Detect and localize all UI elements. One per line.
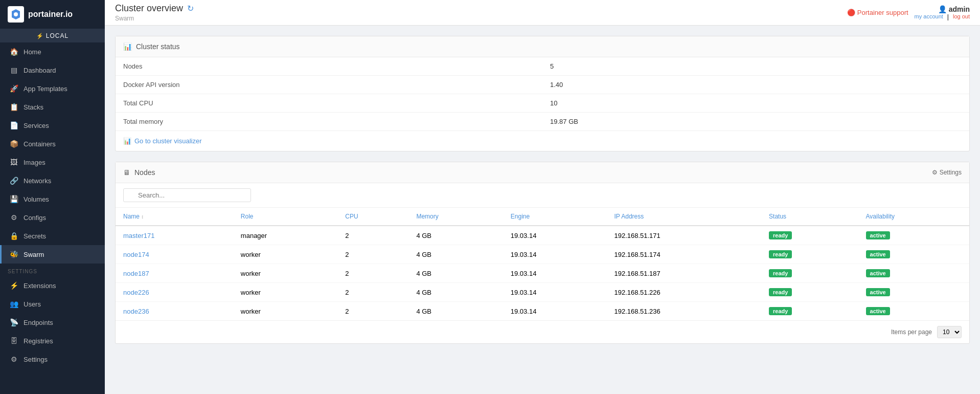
sidebar-settings-item-endpoints[interactable]: 📡 Endpoints	[0, 313, 105, 332]
sidebar-item-volumes[interactable]: 💾 Volumes	[0, 190, 105, 208]
settings-icon-endpoints: 📡	[9, 318, 18, 326]
node-name-cell: master171	[116, 226, 233, 245]
node-ip-cell: 192.168.51.171	[606, 226, 761, 245]
nav-label-swarm: Swarm	[24, 251, 44, 258]
status-badge: ready	[769, 231, 792, 239]
status-badge: ready	[769, 250, 792, 258]
node-name-cell: node174	[116, 245, 233, 264]
sidebar-item-configs[interactable]: ⚙ Configs	[0, 208, 105, 227]
col-header-role: Role	[233, 208, 337, 226]
node-memory-cell: 4 GB	[408, 226, 503, 245]
col-header-ip_address: IP Address	[606, 208, 761, 226]
support-button[interactable]: 🔴 Portainer support	[847, 9, 908, 16]
node-status-cell: ready	[761, 264, 858, 283]
sidebar-item-home[interactable]: 🏠 Home	[0, 42, 105, 61]
node-cpu-cell: 2	[337, 245, 408, 264]
cluster-visualizer-link[interactable]: 📊 Go to cluster visualizer	[116, 130, 969, 151]
nav-label-home: Home	[24, 48, 41, 56]
svg-point-1	[14, 12, 18, 16]
logo-text: portainer.io	[28, 10, 73, 19]
node-availability-cell: active	[858, 245, 969, 264]
cluster-status-card: 📊 Cluster status Nodes 5 Docker API vers…	[115, 36, 970, 151]
node-status-cell: ready	[761, 302, 858, 321]
nodes-card: 🖥 Nodes ⚙ Settings 🔍 Name ↕RoleCPUMemory…	[115, 162, 970, 344]
nodes-title-label: Nodes	[134, 168, 155, 177]
sidebar-settings-item-users[interactable]: 👥 Users	[0, 295, 105, 313]
node-name-link[interactable]: node174	[123, 251, 149, 258]
node-role-cell: worker	[233, 245, 337, 264]
cluster-status-body: Nodes 5 Docker API version 1.40 Total CP…	[116, 57, 969, 151]
logout-link[interactable]: log out	[953, 13, 970, 20]
availability-badge: active	[866, 231, 890, 239]
sidebar-logo[interactable]: portainer.io	[0, 0, 105, 29]
env-label: ⚡ LOCAL	[0, 29, 105, 42]
sidebar-settings-item-extensions[interactable]: ⚡ Extensions	[0, 276, 105, 295]
nav-label-stacks: Stacks	[24, 103, 43, 111]
node-availability-cell: active	[858, 283, 969, 302]
sidebar-item-services[interactable]: 📄 Services	[0, 116, 105, 135]
admin-icon: 👤	[938, 5, 947, 13]
node-name-link[interactable]: master171	[123, 232, 154, 239]
status-row-label: Total CPU	[116, 94, 542, 113]
nav-icon-secrets: 🔒	[9, 232, 18, 240]
sidebar-item-containers[interactable]: 📦 Containers	[0, 135, 105, 153]
nav-icon-home: 🏠	[9, 48, 18, 56]
node-engine-cell: 19.03.14	[503, 226, 607, 245]
status-row-value: 10	[542, 94, 969, 113]
node-name-link[interactable]: node226	[123, 289, 149, 296]
nav-label-containers: Containers	[24, 140, 56, 148]
nav-icon-services: 📄	[9, 121, 18, 129]
page-subtitle: Swarm	[115, 15, 194, 22]
node-role-cell: manager	[233, 226, 337, 245]
col-header-name[interactable]: Name ↕	[116, 208, 233, 226]
refresh-icon[interactable]: ↻	[187, 4, 194, 13]
col-header-engine: Engine	[503, 208, 607, 226]
nodes-table-body: master171 manager 2 4 GB 19.03.14 192.16…	[116, 226, 969, 320]
nav-icon-images: 🖼	[9, 158, 18, 166]
settings-btn-label: Settings	[940, 169, 962, 176]
node-cpu-cell: 2	[337, 302, 408, 321]
node-cpu-cell: 2	[337, 264, 408, 283]
node-ip-cell: 192.168.51.226	[606, 283, 761, 302]
nodes-title: 🖥 Nodes	[123, 168, 155, 177]
settings-label-users: Users	[24, 300, 41, 308]
nav-label-secrets: Secrets	[24, 232, 46, 240]
sidebar-item-networks[interactable]: 🔗 Networks	[0, 171, 105, 190]
nodes-table-header-row: Name ↕RoleCPUMemoryEngineIP AddressStatu…	[116, 208, 969, 226]
settings-icon-extensions: ⚡	[9, 281, 18, 290]
nav-label-dashboard: Dashboard	[24, 67, 56, 74]
topbar-title-area: Cluster overview ↻ Swarm	[115, 3, 194, 22]
node-ip-cell: 192.168.51.187	[606, 264, 761, 283]
sidebar-item-dashboard[interactable]: ▤ Dashboard	[0, 61, 105, 79]
sidebar-settings-item-settings[interactable]: ⚙ Settings	[0, 350, 105, 368]
sidebar-item-images[interactable]: 🖼 Images	[0, 153, 105, 171]
cluster-status-icon: 📊	[123, 42, 132, 51]
sidebar-item-stacks[interactable]: 📋 Stacks	[0, 98, 105, 116]
table-row: node174 worker 2 4 GB 19.03.14 192.168.5…	[116, 245, 969, 264]
node-availability-cell: active	[858, 264, 969, 283]
node-status-cell: ready	[761, 245, 858, 264]
col-header-availability: Availability	[858, 208, 969, 226]
table-row: node226 worker 2 4 GB 19.03.14 192.168.5…	[116, 283, 969, 302]
admin-links: my account | log out	[915, 13, 970, 20]
sidebar-item-swarm[interactable]: 🐝 Swarm	[0, 245, 105, 264]
nodes-icon: 🖥	[123, 168, 130, 177]
availability-badge: active	[866, 288, 890, 296]
sidebar-settings-item-registries[interactable]: 🗄 Registries	[0, 332, 105, 350]
node-name-link[interactable]: node187	[123, 270, 149, 277]
search-input[interactable]	[123, 188, 251, 202]
nodes-settings-button[interactable]: ⚙ Settings	[932, 169, 962, 176]
nav-label-volumes: Volumes	[24, 195, 49, 203]
sidebar-nav: 🏠 Home ▤ Dashboard 🚀 App Templates 📋 Sta…	[0, 42, 105, 264]
node-name-link[interactable]: node236	[123, 308, 149, 315]
items-per-page-label: Items per page	[891, 329, 932, 336]
items-per-page-select[interactable]: 10 25 50	[937, 326, 962, 338]
search-wrap: 🔍	[123, 188, 251, 202]
node-role-cell: worker	[233, 283, 337, 302]
sidebar-item-app-templates[interactable]: 🚀 App Templates	[0, 79, 105, 98]
nav-icon-volumes: 💾	[9, 195, 18, 203]
my-account-link[interactable]: my account	[915, 13, 943, 20]
support-label: Portainer support	[857, 9, 908, 16]
sidebar-item-secrets[interactable]: 🔒 Secrets	[0, 227, 105, 245]
nav-label-images: Images	[24, 159, 45, 166]
